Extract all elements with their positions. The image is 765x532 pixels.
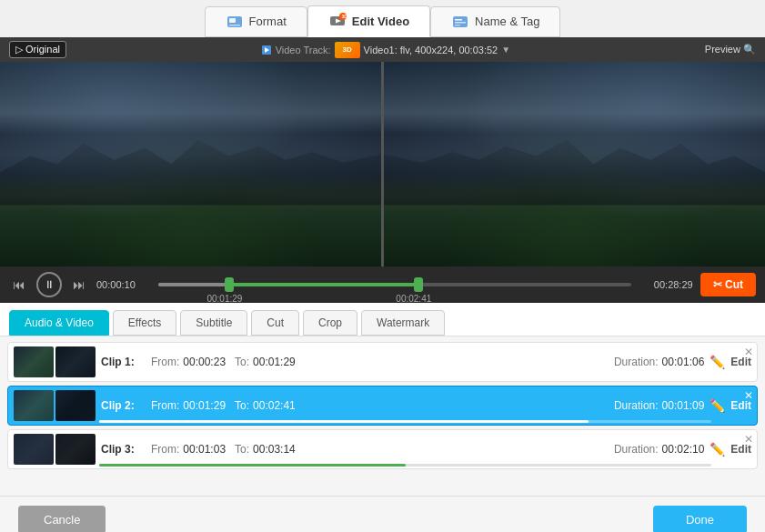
clip1-thumb1-img xyxy=(14,346,54,377)
tab-edit-video[interactable]: 3D Edit Video xyxy=(307,5,430,37)
clip-row-2[interactable]: Clip 2: From: 00:01:29 To: 00:02:41 Dura… xyxy=(7,386,758,426)
timeline-track: 00:01:29 00:02:41 xyxy=(158,283,631,286)
clip1-to-label: To: xyxy=(235,356,249,368)
tab-name-tag-label: Name & Tag xyxy=(475,15,539,28)
tab-watermark[interactable]: Watermark xyxy=(361,310,445,336)
tab-edit-video-label: Edit Video xyxy=(352,15,409,28)
prev-frame-button[interactable]: ⏮ xyxy=(9,276,29,294)
tab-audio-video[interactable]: Audio & Video xyxy=(9,310,109,336)
clip3-thumbs xyxy=(14,434,96,465)
cancel-button[interactable]: Cancle xyxy=(18,506,106,532)
edit-tab-row: Audio & Video Effects Subtitle Cut Crop … xyxy=(0,303,765,336)
top-nav: Format 3D Edit Video Name & Tag xyxy=(0,0,765,37)
video-track-thumb: 3D xyxy=(335,42,360,58)
tab-name-tag[interactable]: Name & Tag xyxy=(430,6,560,37)
clip3-to-label: To: xyxy=(235,443,249,456)
clip1-duration: Duration: 00:01:06 xyxy=(614,356,704,368)
clip2-thumb1 xyxy=(14,390,54,421)
tab-cut[interactable]: Cut xyxy=(251,310,299,336)
clip1-thumbs xyxy=(14,346,96,377)
tab-format-label: Format xyxy=(249,15,287,28)
svg-text:3D: 3D xyxy=(341,14,347,19)
preview-label: Preview 🔍 xyxy=(705,44,756,55)
edit-video-icon: 3D xyxy=(328,12,347,30)
clip2-from-value: 00:01:29 xyxy=(183,399,226,412)
clip2-duration-label: Duration: xyxy=(614,399,659,412)
clip2-thumb2 xyxy=(55,390,96,421)
clip2-close-button[interactable]: ✕ xyxy=(744,390,753,401)
clip2-to-value: 00:02:41 xyxy=(253,399,296,412)
playback-controls: ⏮ ⏸ ⏭ 00:00:10 00:01:29 00:02:41 00:28:2… xyxy=(0,266,765,303)
clips-list: Clip 1: From: 00:00:23 To: 00:01:29 Dura… xyxy=(0,336,765,496)
tab-audio-video-label: Audio & Video xyxy=(25,316,94,329)
clip2-duration: Duration: 00:01:09 xyxy=(614,399,704,412)
video-track-section: Video Track: 3D Video1: flv, 400x224, 00… xyxy=(261,42,510,58)
clip1-edit-icon-button[interactable]: ✏️ xyxy=(710,355,725,369)
clip2-name: Clip 2: xyxy=(101,399,142,412)
cut-button[interactable]: ✂ Cut xyxy=(700,273,756,296)
timeline-handle-right[interactable]: 00:02:41 xyxy=(414,277,423,292)
clip2-thumbs xyxy=(14,390,96,421)
clip2-info: Clip 2: From: 00:01:29 To: 00:02:41 Dura… xyxy=(101,399,704,412)
bottom-bar: Cancle Done xyxy=(0,496,765,532)
clip-row-3[interactable]: Clip 3: From: 00:01:03 To: 00:03:14 Dura… xyxy=(7,429,758,469)
timeline[interactable]: 00:01:29 00:02:41 xyxy=(158,276,631,294)
tab-effects[interactable]: Effects xyxy=(113,310,176,336)
tab-subtitle[interactable]: Subtitle xyxy=(180,310,247,336)
clip3-duration-value: 00:02:10 xyxy=(662,443,705,456)
clip1-thumb2 xyxy=(55,346,96,377)
clip1-name: Clip 1: xyxy=(101,356,142,368)
next-frame-button[interactable]: ⏭ xyxy=(69,276,89,294)
clip2-from-label: From: xyxy=(151,399,179,412)
clip3-progress-fill xyxy=(99,464,406,467)
clip2-thumb1-img xyxy=(14,390,54,421)
clip3-duration: Duration: 00:02:10 xyxy=(614,443,704,456)
clip1-to-field: To: 00:01:29 xyxy=(235,356,296,368)
track-dropdown[interactable]: ▼ xyxy=(501,45,510,55)
handle-left-label: 00:01:29 xyxy=(206,294,242,304)
svg-rect-8 xyxy=(455,19,462,21)
clip3-to-value: 00:03:14 xyxy=(253,443,296,456)
format-icon xyxy=(226,13,244,31)
tab-crop[interactable]: Crop xyxy=(303,310,357,336)
tab-subtitle-label: Subtitle xyxy=(196,316,232,329)
clip-row-1[interactable]: Clip 1: From: 00:00:23 To: 00:01:29 Dura… xyxy=(7,342,758,382)
time-end-display: 00:28:29 xyxy=(639,279,693,290)
clip3-info: Clip 3: From: 00:01:03 To: 00:03:14 Dura… xyxy=(101,443,704,456)
clip3-duration-label: Duration: xyxy=(614,443,659,456)
video-panels xyxy=(0,62,765,266)
clip3-thumb2-img xyxy=(55,434,96,465)
done-button[interactable]: Done xyxy=(653,506,747,532)
clip2-to-field: To: 00:02:41 xyxy=(235,399,296,412)
svg-rect-2 xyxy=(229,25,240,26)
timeline-handle-left[interactable]: 00:01:29 xyxy=(225,277,234,292)
video-panel-left xyxy=(0,62,381,266)
clip1-thumb2-img xyxy=(55,346,96,377)
timeline-progress xyxy=(158,283,229,286)
clip3-to-field: To: 00:03:14 xyxy=(235,443,296,456)
tab-effects-label: Effects xyxy=(128,316,161,329)
clip2-from-field: From: 00:01:29 xyxy=(151,399,226,412)
svg-rect-1 xyxy=(229,18,236,23)
preview-button[interactable]: Preview 🔍 xyxy=(705,44,756,55)
tab-crop-label: Crop xyxy=(318,316,342,329)
clip3-close-button[interactable]: ✕ xyxy=(744,434,753,445)
clip3-edit-icon-button[interactable]: ✏️ xyxy=(710,442,725,457)
clip3-thumb1-img xyxy=(14,434,54,465)
play-pause-button[interactable]: ⏸ xyxy=(36,272,62,297)
clip2-progress-fill xyxy=(99,420,589,423)
clip2-duration-value: 00:01:09 xyxy=(662,399,705,412)
clip2-thumb2-img xyxy=(55,390,96,421)
clip2-edit-icon-button[interactable]: ✏️ xyxy=(710,398,725,413)
svg-rect-10 xyxy=(455,25,460,26)
clip1-close-button[interactable]: ✕ xyxy=(744,346,753,357)
clip3-from-value: 00:01:03 xyxy=(183,443,226,456)
clip1-from-label: From: xyxy=(151,356,179,368)
clip3-thumb2 xyxy=(55,434,96,465)
timeline-range xyxy=(229,283,418,286)
clip1-info: Clip 1: From: 00:00:23 To: 00:01:29 Dura… xyxy=(101,356,704,368)
tab-format[interactable]: Format xyxy=(205,6,307,37)
edit-panel: Audio & Video Effects Subtitle Cut Crop … xyxy=(0,303,765,532)
clip1-from-field: From: 00:00:23 xyxy=(151,356,226,368)
clip1-from-value: 00:00:23 xyxy=(183,356,226,368)
